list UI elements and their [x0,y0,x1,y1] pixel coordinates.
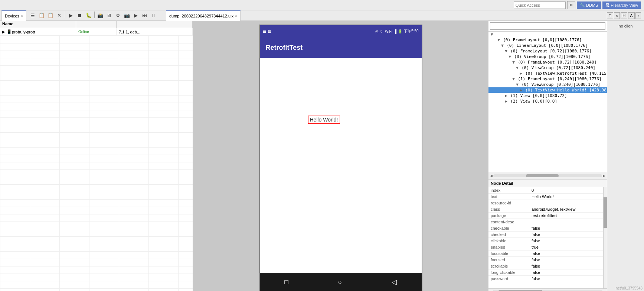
node-detail-val-clickable: false [529,238,607,244]
toolbar-btn-8[interactable]: 📸 [96,12,104,20]
node-detail-key-text: text [488,194,529,200]
node-detail-val-password: false [529,276,607,282]
node-detail-key-clickable: clickable [488,238,529,244]
node-detail-row-scrollable: scrollable false [488,263,607,269]
devices-columns: Name [0,21,193,28]
no-client-text: no clien [619,24,633,28]
toolbar-btn-3[interactable]: 📋 [46,12,55,20]
node-detail-val-package: test.retrofittest [529,213,607,219]
node-2-expand: ▼ [504,49,508,54]
node-detail-row-class: class android.widget.TextView [488,206,607,213]
hv-extra-btn[interactable]: ↑ [635,12,641,19]
dump-file-tab[interactable]: dump_20602229643297344412.uix × [166,10,241,21]
tree-node-5[interactable]: ▼ (0) ViewGroup [0,72][1080,240] [488,65,607,71]
tree-node-1[interactable]: ▼ (0) LinearLayout [0,0][1080,1776] [488,43,607,48]
node-detail-key-scrollable: scrollable [488,263,529,269]
hierarchy-view-button[interactable]: 🏗 Hierarchy View [602,1,641,9]
tree-node-11[interactable]: ▶ (2) View [0,0][0,0] [488,98,607,104]
node-detail-val-content-desc [529,219,607,225]
toolbar-btn-10[interactable]: ⚙ [114,12,122,20]
toolbar-btn-4[interactable]: ✕ [55,12,63,20]
node-9-expand: ▶ [519,88,523,93]
toolbar-sep-2 [94,12,95,18]
toolbar-btn-12[interactable]: ▶ [132,12,140,20]
dump-file-tab-close[interactable]: × [235,14,237,18]
signal-bars-icon: ▐ [394,29,396,33]
node-detail-row-index: index 0 [488,187,607,194]
toolbar-btn-2[interactable]: 📋 [37,12,46,20]
hv-H-btn[interactable]: H [621,12,627,19]
node-detail-key-class: class [488,206,529,213]
toolbar-btn-9[interactable]: 🖥 [105,12,113,20]
devices-grid-area [0,36,193,291]
hierarchy-horizontal-scrollbar[interactable]: ◀ ▶ [488,172,607,179]
tree-node-4[interactable]: ▼ (0) FrameLayout [0,72][1080,240] [488,59,607,65]
nav-back-icon[interactable]: ◁ [392,278,397,286]
toolbar-btn-5[interactable]: ▶ [67,12,75,20]
scroll-left-arrow[interactable]: ◀ [489,174,493,178]
devices-grid-lines [0,36,193,291]
status-icons-left: ☰ 🖼 [263,29,271,33]
node-5-text: (0) ViewGroup [0,72][1080,240] [522,65,595,70]
tree-node-6[interactable]: ▶ (0) TextView:RetrofitTest [48,115][ [488,71,607,76]
phone-app-bar: RetrofitTest [260,37,422,58]
toolbar-btn-6[interactable]: ⏹ [76,12,84,20]
node-detail-val-focused: false [529,257,607,263]
node-detail-row-package: package test.retrofittest [488,213,607,219]
top-toolbar: ⚙ 🔧 DDMS 🏗 Hierarchy View [0,0,644,10]
scrollbar-thumb[interactable] [526,174,559,177]
node-6-expand: ▶ [519,71,523,76]
toolbar-btn-11[interactable]: 📷 [123,12,131,20]
moon-icon: ☾ [380,29,383,33]
battery-icon: 🔋 [398,29,402,33]
bottom-scroll-thumb[interactable] [498,290,542,291]
hierarchy-tree[interactable]: ▼ ▼ (0) FrameLayout [0,0][1080,1776] ▼ (… [488,32,607,172]
photo-icon: 🖼 [268,29,271,33]
quick-access-input[interactable] [514,1,566,9]
tree-node-10[interactable]: ▶ (1) View [0,0][1080,72] [488,93,607,98]
node-detail-vertical-scrollbar[interactable] [603,187,607,288]
node-scrollbar-thumb[interactable] [604,197,607,228]
hv-A-btn[interactable]: A [628,12,634,19]
ddms-button[interactable]: 🔧 DDMS [577,1,601,9]
node-8-text: (0) ViewGroup [0,240][1080,1776] [522,82,600,87]
scroll-right-arrow[interactable]: ▶ [602,174,606,178]
second-toolbar: Devices × ☰ 📋 📋 ✕ ▶ ⏹ 🐛 📸 🖥 ⚙ 📷 ▶ ⏭ ⏸ du… [0,10,644,21]
tree-node-7[interactable]: ▼ (1) FrameLayout [0,240][1080,1776] [488,76,607,82]
toolbar-btn-14[interactable]: ⏸ [150,12,158,20]
tree-root-expand[interactable]: ▼ [488,32,607,37]
hv-T-btn[interactable]: T [607,12,613,19]
device-version-cell: 7.1.1, deb... [117,28,193,35]
node-detail-key-content-desc: content-desc [488,219,529,225]
hierarchy-search-input[interactable] [490,22,605,30]
node-1-expand: ▼ [501,43,504,48]
ddms-label: DDMS [586,3,598,7]
tree-node-8[interactable]: ▼ (0) ViewGroup [0,240][1080,1776] [488,82,607,87]
hv-close-btn[interactable]: × [614,12,620,19]
tree-node-2[interactable]: ▼ (0) FrameLayout [0,72][1080,1776] [488,48,607,54]
node-detail-row-enabled: enabled true [488,244,607,250]
node-6-text: (0) TextView:RetrofitTest [48,115][ [525,71,607,76]
node-9-text: (0) TextView:Hello World! [428,98 [525,88,607,93]
settings-icon-btn[interactable]: ⚙ [567,1,575,9]
nav-square-icon[interactable]: □ [284,278,288,286]
toolbar-btn-13[interactable]: ⏭ [141,12,149,20]
device-row-0[interactable]: ▶ 📱 protruly-protr Online 7.1.1, deb... [0,28,193,36]
devices-tab-label: Devices [5,14,19,18]
nfc-icon: ◎ [375,29,379,33]
toolbar-btn-7[interactable]: 🐛 [85,12,93,20]
toolbar-btn-1[interactable]: ☰ [29,12,37,20]
devices-tab[interactable]: Devices × [1,10,26,21]
node-detail-row-password: password false [488,276,607,282]
node-detail-key-focused: focused [488,257,529,263]
node-detail-val-checked: false [529,232,607,238]
devices-tab-close[interactable]: × [21,14,23,18]
tree-node-9[interactable]: ▶ (0) TextView:Hello World! [428,98 [488,87,607,93]
node-1-text: (0) LinearLayout [0,0][1080,1776] [507,43,588,48]
node-detail-val-long-clickable: false [529,269,607,276]
node-3-text: (0) ViewGroup [0,72][1080,1776] [514,54,590,59]
tree-node-0[interactable]: ▼ (0) FrameLayout [0,0][1080,1776] [488,37,607,43]
tree-node-3[interactable]: ▼ (0) ViewGroup [0,72][1080,1776] [488,54,607,59]
nav-circle-icon[interactable]: ○ [338,278,342,286]
hierarchy-view-toolbar: T × H A ↑ [607,12,643,19]
